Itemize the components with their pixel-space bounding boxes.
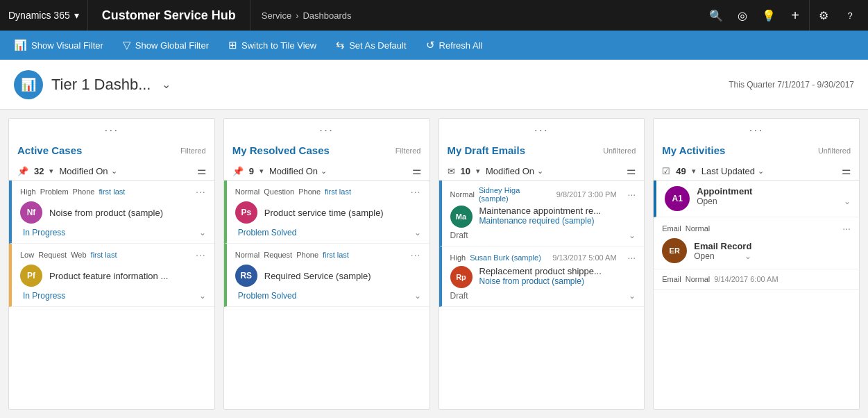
lightbulb-icon[interactable]: 💡 (756, 0, 781, 31)
dashboard-title: Tier 1 Dashb... (51, 76, 151, 94)
avatar: RS (235, 265, 257, 287)
search-icon[interactable]: 🔍 (704, 0, 729, 31)
item-tags: Normal Request Phone first last ··· (235, 249, 421, 260)
priority-tag: Normal (686, 275, 710, 283)
status-text: In Progress (23, 291, 65, 301)
table-row[interactable]: Normal Sidney Higa (sample) 9/8/2017 3:0… (439, 181, 645, 246)
sort-chevron-icon: ⌄ (537, 167, 543, 176)
dynamics-chevron[interactable]: ▾ (74, 10, 79, 21)
sort-down-icon[interactable]: ▾ (692, 167, 696, 176)
table-row[interactable]: High Problem Phone first last ··· Nf Noi… (9, 181, 214, 244)
avatar: ER (662, 238, 687, 263)
type-tag: Request (264, 251, 292, 259)
switch-tile-view-button[interactable]: ⊞ Switch to Tile View (220, 34, 325, 56)
sort-settings-icon[interactable]: ⚌ (197, 165, 206, 177)
table-row[interactable]: Normal Request Phone first last ··· RS R… (224, 244, 429, 307)
sort-settings-icon[interactable]: ⚌ (412, 165, 421, 177)
set-default-button[interactable]: ⇆ Set As Default (327, 34, 414, 56)
active-cases-more[interactable]: ··· (9, 119, 214, 142)
status-chevron-icon[interactable]: ⌄ (414, 228, 421, 237)
email-status-text: Draft (450, 291, 468, 301)
email-tags: High Susan Burk (sample) (450, 253, 547, 262)
activity-body: ER Email Record Open ⌄ (662, 238, 851, 263)
email-subject: Maintenance appointment re... (479, 206, 636, 216)
add-icon[interactable]: + (783, 0, 808, 31)
email-more-icon[interactable]: ··· (628, 252, 636, 263)
activity-more-icon[interactable]: ··· (842, 223, 851, 234)
item-more-icon[interactable]: ··· (196, 249, 206, 260)
sort-down-icon[interactable]: ▾ (49, 167, 53, 176)
activity-status-row: Open ⌄ (694, 251, 751, 261)
email-item-header: Normal Sidney Higa (sample) 9/8/2017 3:0… (450, 186, 636, 203)
from-tag: Susan Burk (sample) (470, 253, 541, 262)
resolved-cases-header: My Resolved Cases Filtered (224, 142, 429, 162)
item-status: Problem Solved ⌄ (235, 228, 421, 237)
active-cases-header: Active Cases Filtered (9, 142, 214, 162)
draft-emails-more[interactable]: ··· (439, 119, 645, 142)
active-cases-title: Active Cases (17, 144, 82, 156)
breadcrumb-page[interactable]: Dashboards (303, 10, 351, 21)
breadcrumb-service[interactable]: Service (262, 10, 291, 21)
resolved-cases-sort-field[interactable]: Modified On ⌄ (269, 166, 327, 176)
activity-tags: Email Normal 9/14/2017 6:00 AM (662, 275, 851, 283)
resolved-cases-list: Normal Question Phone first last ··· Ps … (224, 181, 429, 409)
sort-settings-icon[interactable]: ⚌ (627, 165, 636, 177)
help-icon[interactable]: ? (837, 0, 862, 31)
resolved-cases-more[interactable]: ··· (224, 119, 429, 142)
breadcrumb-separator: › (296, 10, 298, 21)
user-tag: first last (99, 187, 125, 196)
activity-tags: Email Normal ··· (662, 223, 851, 234)
active-cases-panel: ··· Active Cases Filtered 📌 32 ▾ Modifie… (8, 118, 215, 410)
activity-chevron[interactable]: ⌄ (844, 197, 851, 206)
status-chevron-icon[interactable]: ⌄ (414, 291, 421, 301)
item-more-icon[interactable]: ··· (196, 186, 206, 197)
activities-more[interactable]: ··· (654, 119, 859, 142)
email-more-icon[interactable]: ··· (628, 189, 636, 200)
email-status-chevron[interactable]: ⌄ (629, 231, 636, 240)
top-navigation: Dynamics 365 ▾ Customer Service Hub Serv… (0, 0, 868, 31)
type-tag: Question (264, 187, 294, 196)
email-subject: Replacement product shippe... (479, 266, 636, 276)
item-tags: Normal Question Phone first last ··· (235, 186, 421, 197)
global-filter-icon: ▽ (123, 39, 131, 51)
draft-emails-sort-field[interactable]: Modified On ⌄ (486, 166, 543, 176)
priority-tag: Low (20, 251, 34, 259)
main-content: ··· Active Cases Filtered 📌 32 ▾ Modifie… (0, 110, 868, 418)
activities-count: 49 (676, 166, 686, 176)
draft-emails-header: My Draft Emails Unfiltered (439, 142, 645, 162)
email-status-chevron[interactable]: ⌄ (629, 291, 636, 301)
active-cases-sort-field[interactable]: Modified On ⌄ (59, 166, 117, 176)
table-row[interactable]: Email Normal ··· ER Email Record Open ⌄ (654, 217, 859, 269)
avatar: Pf (20, 265, 42, 287)
sort-down-icon[interactable]: ▾ (476, 167, 480, 176)
dashboard-chevron[interactable]: ⌄ (162, 78, 171, 91)
settings-icon[interactable]: ⚙ (811, 0, 836, 31)
show-visual-filter-button[interactable]: 📊 Show Visual Filter (6, 34, 112, 56)
draft-emails-list: Normal Sidney Higa (sample) 9/8/2017 3:0… (439, 181, 645, 409)
table-row[interactable]: A1 Appointment Open ⌄ (654, 181, 859, 217)
sort-settings-icon[interactable]: ⚌ (842, 165, 851, 177)
item-more-icon[interactable]: ··· (411, 186, 421, 197)
email-icon: ✉ (448, 166, 455, 176)
email-related: Maintenance required (sample) (479, 216, 636, 226)
table-row[interactable]: High Susan Burk (sample) 9/13/2017 5:00 … (439, 246, 645, 307)
table-row[interactable]: Low Request Web first last ··· Pf Produc… (9, 244, 214, 307)
activity-chevron[interactable]: ⌄ (744, 251, 751, 261)
email-date: 9/13/2017 5:00 AM (552, 253, 616, 262)
show-global-filter-button[interactable]: ▽ Show Global Filter (114, 34, 217, 56)
target-icon[interactable]: ◎ (730, 0, 755, 31)
draft-emails-count: 10 (461, 166, 470, 176)
email-date: 9/8/2017 3:00 PM (556, 190, 617, 199)
channel-tag: Phone (296, 251, 318, 259)
sort-down-icon[interactable]: ▾ (259, 167, 264, 176)
dynamics-nav[interactable]: Dynamics 365 ▾ (0, 0, 88, 31)
item-more-icon[interactable]: ··· (411, 249, 421, 260)
activities-sort-field[interactable]: Last Updated ⌄ (701, 166, 764, 176)
refresh-button[interactable]: ↺ Refresh All (418, 34, 491, 56)
table-row[interactable]: Email Normal 9/14/2017 6:00 AM (654, 269, 859, 290)
status-chevron-icon[interactable]: ⌄ (199, 228, 206, 237)
table-row[interactable]: Normal Question Phone first last ··· Ps … (224, 181, 429, 244)
status-chevron-icon[interactable]: ⌄ (199, 291, 206, 301)
case-name: Product feature information ... (49, 271, 168, 281)
resolved-cases-panel: ··· My Resolved Cases Filtered 📌 9 ▾ Mod… (223, 118, 430, 410)
